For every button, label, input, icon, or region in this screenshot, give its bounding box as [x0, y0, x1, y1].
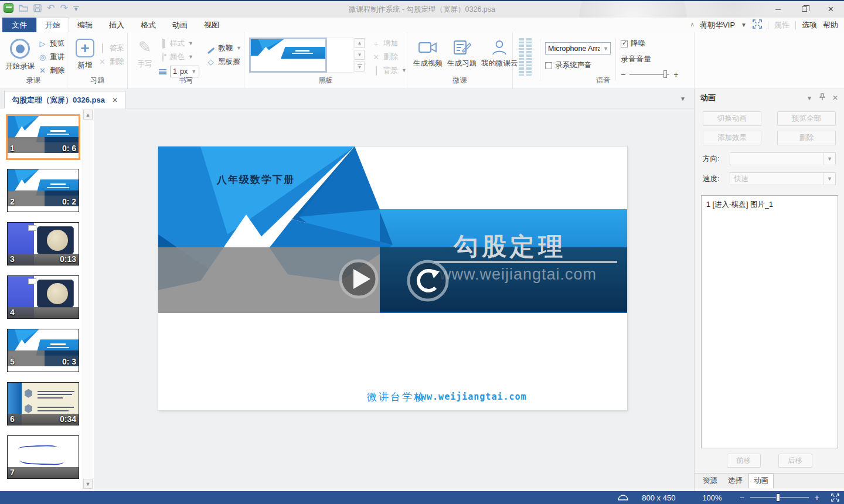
line-width-unit: px — [180, 67, 188, 77]
group-label-writing: 书写 — [128, 76, 244, 86]
group-label-micro: 微课 — [407, 76, 512, 86]
slide-thumbnail-3[interactable]: 30:13 — [7, 222, 79, 265]
board-scroll-last-icon[interactable]: ▼ — [355, 62, 365, 71]
pencil-icon: ✎ — [138, 39, 152, 56]
scroll-up-icon[interactable]: ▲ — [83, 110, 93, 120]
pin-icon[interactable] — [819, 93, 825, 103]
scroll-down-icon[interactable]: ▼ — [83, 479, 93, 489]
user-dropdown-icon[interactable]: ▼ — [741, 22, 747, 28]
tab-home[interactable]: 开始 — [36, 18, 69, 32]
document-tab[interactable]: 勾股定理（宽屏）0326.psa ✕ — [4, 91, 125, 108]
document-tabstrip: 勾股定理（宽屏）0326.psa ✕ ▼ — [0, 89, 694, 108]
slide-url-text[interactable]: www.weijiangtai.com — [439, 265, 597, 283]
person-icon — [492, 40, 507, 55]
add-effect-button: 添加效果 — [703, 131, 761, 145]
zoom-slider-handle[interactable] — [776, 493, 780, 502]
restore-button[interactable] — [791, 1, 818, 16]
tab-file[interactable]: 文件 — [2, 18, 36, 32]
slide-thumbnail-1[interactable]: 10: 6 — [6, 114, 80, 160]
collapse-ribbon-icon[interactable]: ˄ — [690, 22, 694, 28]
separator — [615, 39, 616, 80]
delete-recording-button[interactable]: ✕删除 — [38, 66, 64, 76]
slide-duration: 0:34 — [60, 414, 76, 424]
eraser-button[interactable]: ◇黑板擦 — [206, 57, 241, 67]
panel-close-icon[interactable]: ✕ — [832, 94, 838, 102]
help-button[interactable]: 帮助 — [823, 20, 838, 30]
board-scroll-up-icon[interactable]: ▲ — [355, 38, 365, 48]
animation-list[interactable]: 1 [进入-棋盘] 图片_1 — [701, 195, 838, 448]
tab-animation[interactable]: 动画 — [164, 18, 196, 32]
preview-all-button: 预览全部 — [777, 111, 836, 126]
group-label-board: 黑板 — [244, 76, 407, 86]
speed-select: 快速 ▼ — [730, 172, 836, 185]
document-tab-label: 勾股定理（宽屏）0326.psa — [12, 95, 105, 105]
play-outline-icon: ▷ — [38, 40, 47, 47]
generate-exercise-button[interactable]: 生成习题 — [447, 36, 477, 69]
system-audio-checkbox[interactable]: 录系统声音 — [545, 60, 611, 70]
tab-list-dropdown-icon[interactable]: ▼ — [680, 96, 686, 102]
fullscreen-icon[interactable] — [753, 19, 762, 30]
start-record-button[interactable]: 开始录课 — [2, 36, 38, 71]
panel-tabs: 资源 选择 动画 — [695, 473, 844, 488]
slide-canvas-area[interactable]: 八年级数学下册 勾股定理 www.weijiangtai.com — [94, 108, 694, 491]
thumbnail-scrollbar[interactable]: ▲ ▼ — [83, 108, 93, 491]
tab-edit[interactable]: 编辑 — [69, 18, 101, 32]
volume-label: 录音音量 — [621, 54, 678, 64]
chevron-down-icon[interactable]: ▼ — [191, 67, 196, 77]
close-button[interactable]: ✕ — [818, 1, 844, 16]
thumbnail-overlay — [8, 467, 79, 478]
options-button[interactable]: 选项 — [802, 20, 817, 30]
animation-list-item[interactable]: 1 [进入-棋盘] 图片_1 — [702, 196, 838, 214]
slide-title-text[interactable]: 勾股定理 — [453, 232, 566, 261]
volume-track[interactable] — [629, 74, 669, 75]
zoom-slider[interactable] — [750, 497, 809, 498]
slide-thumbnail-5[interactable]: 50: 3 — [7, 329, 79, 372]
speed-value: 快速 — [734, 174, 748, 184]
tab-select[interactable]: 选择 — [723, 474, 747, 488]
tab-resources[interactable]: 资源 — [698, 474, 722, 488]
document-tab-close-icon[interactable]: ✕ — [112, 96, 118, 104]
chevron-down-icon[interactable]: ▼ — [601, 43, 610, 54]
user-account[interactable]: 蒋朝华VIP — [700, 20, 735, 30]
play-button[interactable] — [341, 261, 377, 297]
checkbox-checked-icon[interactable] — [621, 40, 628, 47]
replay-button[interactable] — [409, 261, 447, 300]
thumbnail-decoration — [50, 183, 66, 185]
zoom-in-button[interactable]: + — [809, 493, 825, 502]
restate-button[interactable]: ◎重讲 — [38, 52, 64, 62]
microphone-select[interactable]: Microphone Arra ▼ — [545, 42, 611, 55]
checkbox-unchecked-icon[interactable] — [545, 62, 552, 69]
tab-animation[interactable]: 动画 — [748, 474, 774, 488]
board-preview-thumbnail[interactable] — [249, 38, 327, 73]
zoom-out-button[interactable]: − — [734, 493, 750, 502]
color-button: 颜色▼ — [158, 52, 199, 62]
denoise-checkbox[interactable]: 降噪 — [621, 39, 678, 49]
tab-format[interactable]: 格式 — [132, 18, 164, 32]
slide-subject-text[interactable]: 八年级数学下册 — [216, 174, 295, 185]
slide-footer-url[interactable]: www.weijiangtai.com — [415, 391, 527, 402]
chevron-down-icon: ▼ — [823, 173, 835, 185]
background-icon — [372, 67, 380, 74]
group-label-record: 录课 — [0, 76, 67, 86]
move-forward-button: 前移 — [727, 454, 761, 468]
slide-thumbnail-2[interactable]: 20: 2 — [7, 169, 79, 212]
tab-insert[interactable]: 插入 — [101, 18, 132, 32]
minimize-button[interactable]: ─ — [765, 1, 791, 16]
thumbnail-decoration — [47, 134, 69, 135]
slide-thumbnail-7[interactable]: 7 — [7, 435, 79, 479]
separator — [540, 39, 540, 80]
speed-label: 速度: — [703, 174, 725, 184]
add-exercise-button[interactable]: + 新增 — [72, 36, 98, 70]
tab-view[interactable]: 视图 — [196, 18, 227, 32]
board-scroll-down-icon[interactable]: ▼ — [355, 50, 365, 60]
pointer-button[interactable]: 教鞭▼ — [206, 43, 241, 53]
generate-video-button[interactable]: 生成视频 — [413, 36, 443, 69]
slide-number: 1 — [10, 144, 15, 153]
preview-button[interactable]: ▷预览 — [38, 39, 64, 49]
slide-thumbnail-4[interactable]: 4 — [7, 275, 79, 319]
panel-dropdown-icon[interactable]: ▼ — [806, 95, 812, 101]
slide-thumbnail-6[interactable]: 60:34 — [7, 382, 79, 425]
fit-screen-icon[interactable] — [831, 493, 839, 502]
slide-number: 3 — [10, 254, 15, 264]
slide-editor[interactable]: 八年级数学下册 勾股定理 www.weijiangtai.com — [158, 147, 627, 410]
